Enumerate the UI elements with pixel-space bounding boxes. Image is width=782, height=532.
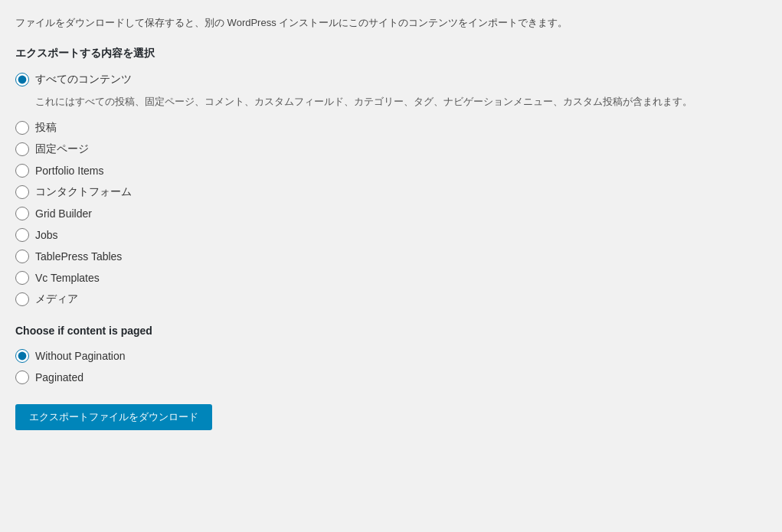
radio-all-content[interactable] <box>15 73 29 86</box>
export-option-pages[interactable]: 固定ページ <box>15 142 767 156</box>
export-option-all[interactable]: すべてのコンテンツ <box>15 73 767 86</box>
pagination-radio-group: Without Pagination Paginated <box>15 349 767 384</box>
export-option-portfolio[interactable]: Portfolio Items <box>15 164 767 178</box>
export-option-contact-label: コンタクトフォーム <box>35 185 132 199</box>
description-text: ファイルをダウンロードして保存すると、別の WordPress インストールにこ… <box>15 15 767 31</box>
export-option-contact[interactable]: コンタクトフォーム <box>15 185 767 199</box>
all-content-description: これにはすべての投稿、固定ページ、コメント、カスタムフィールド、カテゴリー、タグ… <box>35 94 767 110</box>
radio-vc[interactable] <box>15 271 29 285</box>
export-option-vc-label: Vc Templates <box>35 272 100 284</box>
export-option-media[interactable]: メディア <box>15 292 767 306</box>
export-option-tablepress[interactable]: TablePress Tables <box>15 250 767 263</box>
export-option-posts[interactable]: 投稿 <box>15 121 767 135</box>
pagination-option-paginated[interactable]: Paginated <box>15 370 767 384</box>
export-option-vc[interactable]: Vc Templates <box>15 271 767 285</box>
export-option-jobs[interactable]: Jobs <box>15 228 767 242</box>
export-option-posts-label: 投稿 <box>35 121 57 135</box>
radio-pages[interactable] <box>15 142 29 156</box>
radio-contact[interactable] <box>15 185 29 199</box>
radio-media[interactable] <box>15 292 29 306</box>
radio-jobs[interactable] <box>15 228 29 242</box>
export-option-all-label: すべてのコンテンツ <box>35 73 132 86</box>
radio-portfolio[interactable] <box>15 164 29 178</box>
export-radio-group: すべてのコンテンツ これにはすべての投稿、固定ページ、コメント、カスタムフィール… <box>15 73 767 306</box>
download-button[interactable]: エクスポートファイルをダウンロード <box>15 404 212 430</box>
page-wrapper: ファイルをダウンロードして保存すると、別の WordPress インストールにこ… <box>0 0 782 532</box>
radio-grid[interactable] <box>15 207 29 220</box>
export-option-media-label: メディア <box>35 292 78 306</box>
pagination-option-paginated-label: Paginated <box>35 371 83 383</box>
pagination-section-heading: Choose if content is paged <box>15 325 767 337</box>
pagination-option-without[interactable]: Without Pagination <box>15 349 767 363</box>
export-option-portfolio-label: Portfolio Items <box>35 165 103 177</box>
export-option-tablepress-label: TablePress Tables <box>35 250 122 263</box>
export-option-jobs-label: Jobs <box>35 229 58 241</box>
radio-tablepress[interactable] <box>15 250 29 263</box>
radio-without-pagination[interactable] <box>15 349 29 363</box>
radio-paginated[interactable] <box>15 370 29 384</box>
export-section-heading: エクスポートする内容を選択 <box>15 47 767 60</box>
radio-posts[interactable] <box>15 121 29 135</box>
export-option-grid-label: Grid Builder <box>35 207 92 220</box>
export-option-pages-label: 固定ページ <box>35 142 89 156</box>
pagination-option-without-label: Without Pagination <box>35 350 126 362</box>
export-option-grid[interactable]: Grid Builder <box>15 207 767 220</box>
